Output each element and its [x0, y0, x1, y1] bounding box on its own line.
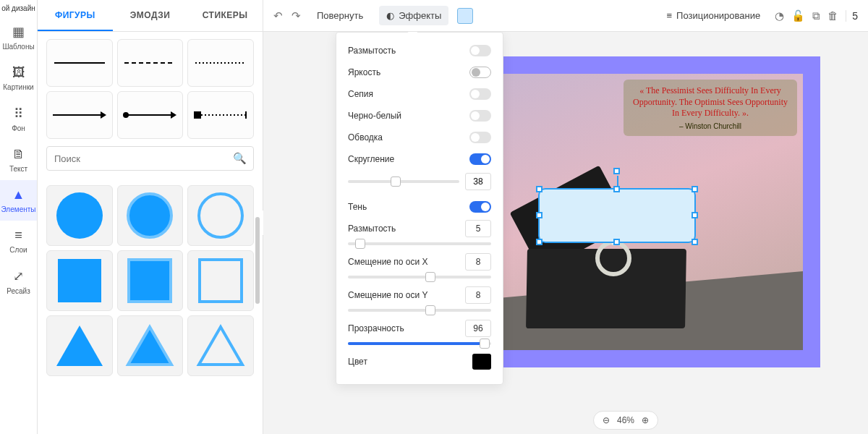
shape-triangle-outline[interactable]: [187, 315, 254, 376]
svg-rect-14: [200, 260, 242, 302]
shape-circle-filled-border[interactable]: [117, 185, 184, 246]
undo-button[interactable]: ↶: [273, 9, 283, 22]
resize-handle[interactable]: [692, 186, 698, 192]
shape-triangle-filled[interactable]: [46, 315, 113, 376]
nav-rail: ой дизайн ▦Шаблоны 🖼Картинки ⠿Фон 🗎Текст…: [0, 0, 38, 434]
quote-text: « The Pessimist Sees Difficulty In Every…: [631, 85, 790, 119]
nav-templates[interactable]: ▦Шаблоны: [0, 17, 37, 58]
fx-brightness-toggle[interactable]: [469, 67, 491, 78]
resize-handle[interactable]: [536, 186, 542, 192]
fx-offset-x-label: Смещение по оси X: [348, 257, 428, 267]
fx-outline-toggle[interactable]: [469, 132, 491, 143]
tab-stickers[interactable]: СТИКЕРЫ: [187, 0, 263, 31]
zoom-in-icon[interactable]: ⊕: [642, 415, 649, 425]
resize-handle[interactable]: [613, 186, 620, 192]
positioning-button[interactable]: ≡Позиционирование: [659, 6, 767, 25]
fx-blur-toggle[interactable]: [469, 45, 491, 56]
text-icon: 🗎: [12, 147, 25, 162]
search-icon: 🔍: [233, 152, 247, 165]
fx-rounding-toggle[interactable]: [469, 153, 491, 165]
tab-shapes[interactable]: ФИГУРЫ: [38, 0, 113, 31]
svg-point-9: [56, 192, 103, 239]
shape-square-filled-border[interactable]: [117, 250, 184, 311]
search-input[interactable]: [46, 146, 254, 171]
zoom-out-icon[interactable]: ⊖: [603, 415, 610, 425]
fx-shadow-toggle[interactable]: [469, 201, 491, 213]
shapes-panel: ФИГУРЫ ЭМОДЗИ СТИКЕРЫ 🔍 ‹: [38, 0, 263, 434]
tab-emoji[interactable]: ЭМОДЗИ: [113, 0, 188, 31]
shadow-blur-value[interactable]: 5: [465, 220, 491, 237]
resize-icon: ⤢: [13, 268, 24, 284]
resize-handle[interactable]: [692, 212, 698, 218]
delete-icon[interactable]: 🗑: [827, 9, 838, 22]
fx-sepia-toggle[interactable]: [469, 88, 491, 100]
resize-handle[interactable]: [536, 212, 542, 218]
shape-line-solid[interactable]: [46, 39, 113, 87]
unlock-icon[interactable]: 🔓: [791, 9, 805, 22]
design-title: ой дизайн: [0, 0, 37, 17]
redo-button[interactable]: ↷: [292, 9, 301, 22]
shape-triangle-filled-border[interactable]: [117, 315, 184, 376]
svg-rect-6: [194, 111, 201, 119]
rotation-handle[interactable]: [613, 168, 620, 174]
svg-rect-13: [129, 260, 171, 302]
offset-y-value[interactable]: 8: [465, 286, 491, 304]
nav-elements[interactable]: ▲Элементы: [0, 180, 37, 221]
zoom-value: 46%: [617, 415, 634, 425]
shape-arrow[interactable]: [46, 91, 113, 139]
quote-block[interactable]: « The Pessimist Sees Difficulty In Every…: [624, 80, 797, 136]
nav-layers[interactable]: ≡Слои: [0, 221, 37, 261]
resize-handle[interactable]: [692, 239, 698, 245]
artboard-frame: « The Pessimist Sees Difficulty In Every…: [473, 56, 820, 367]
svg-point-11: [199, 194, 242, 237]
opacity-icon[interactable]: ◔: [775, 9, 784, 22]
fx-bw-label: Черно-белый: [348, 111, 401, 121]
panel-scrollbar[interactable]: [255, 217, 260, 304]
resize-handle[interactable]: [613, 239, 620, 245]
fx-opacity-label: Прозрачность: [348, 323, 404, 333]
duplicate-icon[interactable]: ⧉: [812, 9, 820, 22]
svg-point-10: [128, 194, 171, 237]
fx-blur-label: Размытость: [348, 46, 396, 56]
fx-offset-y-label: Смещение по оси Y: [348, 290, 428, 300]
artboard[interactable]: « The Pessimist Sees Difficulty In Every…: [490, 74, 803, 350]
rounding-value[interactable]: 38: [465, 173, 491, 190]
canvas[interactable]: « The Pessimist Sees Difficulty In Every…: [263, 32, 868, 434]
fx-shadow-label: Тень: [348, 202, 367, 212]
resize-handle[interactable]: [536, 239, 542, 245]
effects-button[interactable]: ◐Эффекты: [379, 6, 448, 25]
fx-brightness-label: Яркость: [348, 67, 380, 77]
shape-circle-outline[interactable]: [187, 185, 254, 246]
effects-panel: Размытость Яркость Сепия Черно-белый Обв…: [336, 32, 503, 385]
fx-outline-label: Обводка: [348, 132, 383, 142]
offset-x-slider[interactable]: [348, 276, 491, 278]
elements-icon: ▲: [12, 187, 25, 203]
effects-icon: ◐: [386, 10, 394, 21]
nav-images[interactable]: 🖼Картинки: [0, 58, 37, 98]
opacity-value[interactable]: 96: [465, 320, 491, 337]
shadow-color-swatch[interactable]: [472, 354, 491, 370]
fx-color-label: Цвет: [348, 357, 367, 367]
shape-square-outline[interactable]: [187, 250, 254, 311]
color-swatch[interactable]: [457, 8, 473, 24]
templates-icon: ▦: [12, 24, 25, 40]
offset-x-value[interactable]: 8: [465, 253, 491, 271]
shape-circle-filled[interactable]: [46, 185, 113, 246]
shape-line-square-dotted[interactable]: [187, 91, 254, 139]
zoom-control[interactable]: ⊖ 46% ⊕: [593, 411, 658, 430]
fx-bw-toggle[interactable]: [469, 110, 491, 122]
rounding-slider[interactable]: [348, 180, 459, 183]
opacity-slider[interactable]: [348, 342, 491, 345]
shape-line-dotted[interactable]: [187, 39, 254, 87]
shape-arrow-dot[interactable]: [117, 91, 184, 139]
shape-square-filled[interactable]: [46, 250, 113, 311]
offset-y-slider[interactable]: [348, 309, 491, 312]
nav-resize[interactable]: ⤢Ресайз: [0, 261, 37, 302]
nav-text[interactable]: 🗎Текст: [0, 140, 37, 180]
rotate-button[interactable]: Повернуть: [310, 6, 370, 25]
fx-rounding-label: Скругление: [348, 154, 394, 164]
shadow-blur-slider[interactable]: [348, 242, 491, 245]
shape-line-dashed[interactable]: [117, 39, 184, 87]
selected-shape[interactable]: [538, 188, 696, 243]
nav-background[interactable]: ⠿Фон: [0, 98, 37, 140]
